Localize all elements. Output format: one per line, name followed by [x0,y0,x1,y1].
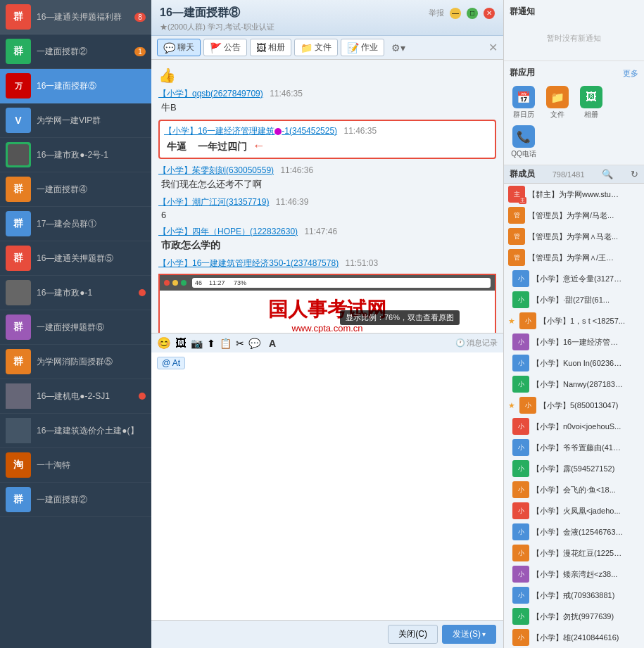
settings-button[interactable]: ⚙▾ [387,40,410,56]
member-item-1[interactable]: 小 【小学】意近令量(31277... [504,268,644,289]
image-insert-button[interactable]: 🖼 [175,337,187,350]
member-item-9[interactable]: 小 【小学】爷爷置藤由(4123... [504,437,644,458]
at-button[interactable]: @ At [157,357,185,369]
sidebar-item-2[interactable]: 万 16一建面授群⑤ [0,69,151,103]
member-item-mgr2[interactable]: 管 【管理员】为学网∧马老... [504,226,644,247]
member-item-admin[interactable]: 主 主 【群主】为学网www.stud... [504,184,644,205]
member-item-3[interactable]: ★ 小 【小学】1，s t <18257... [504,310,644,331]
avatar-0: 群 [6,4,31,30]
member-item-16[interactable]: 小 【小学】戒(709363881) [504,585,644,606]
member-item-mgr1[interactable]: 管 【管理员】为学网/马老... [504,205,644,226]
close-button[interactable]: ✕ [484,8,495,19]
message-input[interactable] [188,357,498,392]
sidebar-item-3[interactable]: V 为学网一建VIP群 [0,103,151,138]
msg5-time: 11:47:46 [304,227,337,236]
members-refresh-icon[interactable]: ↻ [631,169,638,179]
members-search-icon[interactable]: 🔍 [602,169,613,179]
member-item-4[interactable]: 小 【小学】16一建经济管理... [504,331,644,352]
sidebar-item-10[interactable]: 群 为学网消防面授群⑤ [0,345,151,379]
sidebar-item-name-4: 16—建市政●-2号-1 [37,149,146,161]
sidebar-badge-1: 1 [134,47,146,56]
member-item-7[interactable]: ★ 小 【小学】5(850013047) [504,395,644,416]
send-button[interactable]: 发送(S) ▾ [442,625,496,644]
gear-icon: ⚙▾ [391,42,405,53]
upload-button[interactable]: ⬆ [207,338,215,349]
member-item-8[interactable]: 小 【小学】n0voi<joehouS... [504,416,644,437]
sidebar-item-name-12: 16—建建筑选价介土建●(】 [37,425,146,437]
album-icon: 🖼 [256,42,266,53]
sidebar-item-name-1: 一建面授群② [37,46,134,58]
avatar-11 [6,383,31,409]
more-button[interactable]: 💬 [248,338,260,349]
emoji-picker-button[interactable]: 😊 [157,336,171,350]
message-1: 【小学】qqsb(2627849709) 11:46:35 牛B [158,88,496,114]
chat-tab-button[interactable]: 💬 聊天 [157,39,201,56]
paste-button[interactable]: 📋 [220,338,232,349]
notice-empty-text: 暂时没有新通知 [510,22,638,55]
member-item-6[interactable]: 小 【小学】Nanwy(287183851) [504,374,644,395]
member-item-5[interactable]: 小 【小学】Kuon In(6023621... [504,352,644,374]
sidebar-item-1[interactable]: 群 一建面授群② 1 [0,34,151,69]
app-qqcall[interactable]: 📞 QQ电话 [510,125,538,159]
app-album[interactable]: 🖼 相册 [577,86,605,120]
member-item-12[interactable]: 小 【小学】火凤凰<jadeho... [504,500,644,521]
member-item-11[interactable]: 小 【小学】会飞的·鱼<18... [504,479,644,500]
member-item-10[interactable]: 小 【小学】霹(594527152) [504,458,644,479]
member-item-13[interactable]: 小 【小学】金液(1254676332) [504,521,644,542]
sidebar-item-0[interactable]: 群 16—建通关押题福利群 8 [0,0,151,34]
inline-image-container[interactable]: 46 11:27 73% 国人事考试网 www.cpta.com.cn 注 招聘… [158,274,496,333]
app-file[interactable]: 📁 文件 [543,86,572,120]
history-button[interactable]: 🕐 消息记录 [455,338,498,348]
sidebar-item-4[interactable]: 16—建市政●-2号-1 [0,138,151,172]
msg3-sender[interactable]: 【小学】茱雯刻刻(630050559) [158,165,274,175]
msg2-sender[interactable]: 【小学】16一建经济管理建筑-1(345452525) [164,126,337,136]
task-icon: 📝 [347,42,359,53]
sidebar-item-12[interactable]: 16—建建筑选价介土建●(】 [0,414,151,448]
file-tab-button[interactable]: 📁 文件 [294,39,338,56]
album-tab-button[interactable]: 🖼 相册 [250,39,291,56]
member-item-15[interactable]: 小 【小学】矮亲湾赳<z38... [504,564,644,585]
app-grid: 📅 群日历 📁 文件 🖼 相册 📞 QQ电话 [510,86,638,159]
notice-tab-button[interactable]: 🚩 公告 [203,39,247,56]
member-item-mgr3[interactable]: 管 【管理员】为学网∧/王老... [504,247,644,268]
sidebar-item-5[interactable]: 群 一建面授群④ [0,172,151,207]
screenshot-button[interactable]: 📷 [191,338,203,349]
avatar-6: 群 [6,211,31,236]
title-bar: 16—建面授群⑧ 举报 — □ ✕ ★(2000人群) 学习,考试-职业认证 [151,0,503,36]
maximize-button[interactable]: □ [467,8,478,19]
sidebar-badge-0: 8 [134,13,146,22]
panel-close-icon[interactable]: ✕ [488,42,498,53]
report-label: 举报 [429,8,444,18]
app-calendar[interactable]: 📅 群日历 [510,86,538,120]
cut-button[interactable]: ✂ [236,338,244,349]
msg4-sender[interactable]: 【小学】潮广江河(31357719) [158,197,269,207]
avatar-14: 群 [6,487,31,512]
msg5-sender[interactable]: 【小学】四年（HOPE）(122832630) [158,227,298,236]
chat-toolbar: 💬 聊天 🚩 公告 🖼 相册 📁 文件 📝 作业 ⚙▾ ✕ [151,36,503,60]
sidebar-item-name-7: 16—建通关押题群⑤ [37,253,146,265]
sidebar-item-name-2: 16一建面授群⑤ [37,80,146,92]
member-item-14[interactable]: 小 【小学】漫花红豆(12253... [504,542,644,564]
msg1-sender[interactable]: 【小学】qqsb(2627849709) [158,89,263,99]
apps-more-link[interactable]: 更多 [623,68,638,79]
sidebar-item-14[interactable]: 群 一建面授群② [0,483,151,517]
emoji-block: 👍 [158,67,496,84]
task-tab-button[interactable]: 📝 作业 [341,39,384,56]
close-chat-button[interactable]: 关闭(C) [388,625,438,644]
sidebar-item-name-8: 16—建市政●-1 [37,287,139,299]
avatar-8 [6,280,31,305]
sidebar-item-7[interactable]: 群 16—建通关押题群⑤ [0,241,151,276]
member-item-17[interactable]: 小 【小学】勿扰(9977639) [504,606,644,627]
member-item-18[interactable]: 小 【小学】雄(2410844616) [504,627,644,648]
sidebar-item-9[interactable]: 群 一建面授押题群⑥ [0,310,151,345]
msg1-time: 11:46:35 [270,89,303,99]
sidebar-item-8[interactable]: 16—建市政●-1 [0,276,151,310]
sidebar-item-13[interactable]: 淘 一十淘特 [0,448,151,483]
member-item-2[interactable]: 小 【小学】·甜(27甜(61... [504,289,644,310]
sidebar: 群 16—建通关押题福利群 8 群 一建面授群② 1 万 16一建面授群⑤ V … [0,0,151,648]
sidebar-item-11[interactable]: 16—建机电●-2-SJ1 [0,379,151,414]
minimize-button[interactable]: — [450,8,461,19]
message-2-highlight: 【小学】16一建经济管理建筑-1(345452525) 11:46:35 牛逼 … [158,120,496,159]
msg6-sender[interactable]: 【小学】16一建建筑管理经济350-1(237487578) [158,258,339,268]
sidebar-item-6[interactable]: 群 17—建会员群① [0,207,151,241]
